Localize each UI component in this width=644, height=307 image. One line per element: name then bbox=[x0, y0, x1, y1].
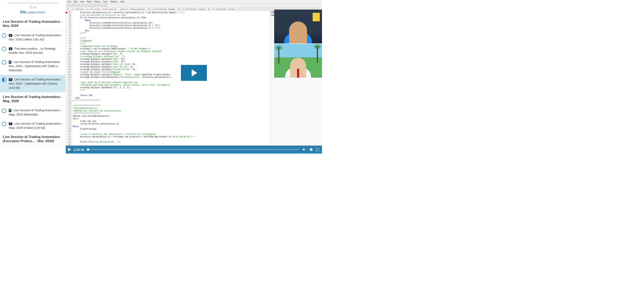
volume-icon[interactable] bbox=[302, 148, 306, 152]
editor-tab: test_TA : Trading Application bbox=[119, 8, 147, 10]
menu-item: File bbox=[68, 0, 71, 3]
video-controls: 2:23:39 bbox=[66, 146, 322, 153]
course-sidebar[interactable]: (72:10) 0% COMPLETATO Live Session di Tr… bbox=[0, 0, 66, 153]
lesson-item[interactable]: Live Session di Trading Automatico - Nov… bbox=[0, 31, 66, 44]
section-header[interactable]: Live Session di Trading Automatico - Nov… bbox=[0, 17, 66, 31]
menu-item: Tools bbox=[103, 0, 108, 3]
menu-item: Help bbox=[120, 0, 124, 3]
document-icon bbox=[9, 109, 11, 112]
video-area: FileEditViewBuildDebugToolsWindowHelp _!… bbox=[66, 0, 322, 153]
video-icon bbox=[9, 34, 12, 37]
completion-circle-icon bbox=[2, 47, 6, 51]
lesson-item[interactable]: Facciamo pratica... su Strategy Builder … bbox=[0, 44, 66, 57]
fullscreen-icon[interactable] bbox=[316, 148, 320, 152]
completion-circle-icon bbox=[2, 33, 6, 38]
lesson-item[interactable]: Live Session di Trading Automatico Nov. … bbox=[0, 57, 66, 75]
lesson-label: Live Session di Trading Automatico Nov. … bbox=[9, 77, 63, 90]
menu-item: Build bbox=[87, 0, 92, 3]
lesson-item[interactable]: Live Session di Trading Automatico Nov. … bbox=[0, 75, 66, 92]
lesson-label: Facciamo pratica... su Strategy Builder … bbox=[9, 46, 63, 55]
ide-menubar: FileEditViewBuildDebugToolsWindowHelp bbox=[66, 0, 322, 3]
ide-toolbar bbox=[66, 3, 322, 8]
section-header[interactable]: Live Session di Trading Automatico (Facc… bbox=[0, 132, 66, 146]
progress-section: (72:10) 0% COMPLETATO bbox=[0, 0, 66, 17]
lesson-label: Live Session di Trading Automatico - Mag… bbox=[9, 108, 63, 116]
completion-circle-icon bbox=[2, 78, 6, 82]
menu-item: Debug bbox=[94, 0, 100, 3]
lesson-item[interactable]: Live Session di Trading Automatico - Mag… bbox=[0, 106, 66, 119]
webcam-presenter-1 bbox=[274, 9, 322, 43]
lesson-item[interactable]: Live Session di Trading Automatico - Mag… bbox=[0, 119, 66, 132]
webcam-presenter-2 bbox=[274, 44, 322, 78]
lesson-label: Live Session di Trading Automatico - Nov… bbox=[9, 33, 63, 41]
document-icon bbox=[9, 60, 11, 64]
menu-item: Edit bbox=[74, 0, 77, 3]
editor-tab: _!_TA_004_Esempio : Strategy bbox=[207, 8, 237, 10]
completion-circle-icon bbox=[2, 60, 6, 64]
video-icon bbox=[9, 122, 12, 125]
completion-circle-icon bbox=[2, 108, 6, 113]
progress-time: (72:10) bbox=[3, 6, 62, 9]
video-frame[interactable]: FileEditViewBuildDebugToolsWindowHelp _!… bbox=[66, 0, 322, 146]
line-gutter: 8485868788899091929394959697989910010110… bbox=[66, 11, 72, 146]
lesson-label: Live Session di Trading Automatico - Mag… bbox=[9, 121, 63, 130]
progress-label: 0% COMPLETATO bbox=[3, 10, 62, 14]
webcam-pips bbox=[274, 9, 322, 78]
editor-tab: _!_TA_003_Esempio : Strategy bbox=[177, 8, 207, 10]
code-content: directory_optimization_s1 = directory_op… bbox=[72, 11, 270, 146]
menu-item: View bbox=[80, 0, 84, 3]
current-time: 2:23:39 bbox=[74, 148, 84, 151]
lesson-label: Live Session di Trading Automatico Nov. … bbox=[9, 60, 63, 72]
menu-item: Window bbox=[110, 0, 118, 3]
settings-icon[interactable] bbox=[309, 148, 313, 152]
section-header[interactable]: Live Session di Trading Automatico - Mag… bbox=[0, 92, 66, 106]
play-overlay-button[interactable] bbox=[181, 65, 207, 81]
code-editor: 8485868788899091929394959697989910010110… bbox=[66, 11, 270, 146]
video-icon bbox=[9, 47, 12, 50]
seek-bar[interactable] bbox=[87, 149, 299, 150]
editor-tab: _!_TA_Optimization_API_002_Esempio : Tra… bbox=[66, 8, 119, 10]
editor-tab: _!_TA_002_Esempio : Strategy bbox=[147, 8, 177, 10]
progress-bar bbox=[7, 2, 58, 4]
play-button[interactable] bbox=[68, 148, 71, 151]
video-icon bbox=[9, 78, 12, 81]
completion-circle-icon bbox=[2, 122, 6, 126]
